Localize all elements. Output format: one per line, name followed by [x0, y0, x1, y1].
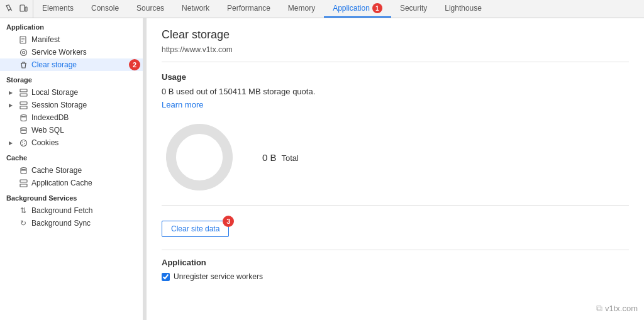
page-title: Clear storage [162, 28, 629, 41]
session-storage-icon [19, 101, 28, 109]
sidebar-item-local-storage[interactable]: ▶ Local Storage [0, 86, 143, 99]
sidebar-item-web-sql[interactable]: Web SQL [0, 124, 143, 136]
svg-point-22 [24, 143, 25, 143]
sidebar-item-manifest[interactable]: Manifest [0, 33, 143, 46]
svg-rect-9 [20, 89, 27, 92]
unregister-service-workers-row: Unregister service workers [162, 272, 629, 281]
svg-point-17 [21, 127, 26, 129]
sidebar-item-background-fetch[interactable]: ⇅ Background Fetch [0, 204, 143, 217]
usage-text: 0 B used out of 150411 MB storage quota. [162, 87, 629, 96]
sidebar-section-application: Application [0, 18, 143, 33]
sidebar-item-session-storage[interactable]: ▶ Session Storage [0, 99, 143, 111]
application-checkboxes-section: Application Unregister service workers [162, 250, 629, 281]
app-cache-label: Application Cache [31, 179, 136, 187]
watermark: ⧉ v1tx.com [596, 303, 638, 314]
tab-memory[interactable]: Memory [279, 0, 324, 18]
chart-area: 0 B Total [162, 119, 629, 206]
svg-point-21 [23, 141, 24, 141]
svg-point-6 [20, 49, 26, 55]
sidebar-item-application-cache[interactable]: Application Cache [0, 177, 143, 189]
device-icon[interactable] [18, 3, 29, 14]
clear-storage-icon [19, 61, 28, 69]
watermark-icon: ⧉ [596, 303, 602, 314]
background-sync-icon: ↻ [19, 219, 28, 228]
tab-sources[interactable]: Sources [128, 0, 173, 18]
svg-rect-13 [20, 106, 27, 109]
app-cache-icon [19, 179, 28, 187]
usage-section-title: Usage [162, 72, 629, 82]
local-storage-label: Local Storage [31, 88, 136, 97]
sidebar-item-cookies[interactable]: ▶ Cookies [0, 136, 143, 149]
svg-rect-26 [20, 180, 27, 182]
cache-storage-label: Cache Storage [31, 166, 136, 175]
manifest-label: Manifest [31, 35, 136, 44]
tab-network[interactable]: Network [173, 0, 218, 18]
background-sync-label: Background Sync [31, 219, 136, 228]
cookies-icon [19, 139, 28, 147]
tab-console[interactable]: Console [82, 0, 128, 18]
tab-application[interactable]: Application 1 [324, 0, 391, 18]
service-workers-label: Service Workers [31, 48, 136, 57]
svg-point-24 [21, 167, 26, 169]
sidebar-section-storage: Storage [0, 71, 143, 86]
learn-more-link[interactable]: Learn more [162, 100, 203, 109]
sidebar-item-service-workers[interactable]: Service Workers [0, 46, 143, 58]
svg-rect-0 [20, 5, 25, 11]
background-fetch-icon: ⇅ [19, 206, 28, 215]
chart-label: Total [282, 153, 299, 163]
content-area: Clear storage https://www.v1tx.com Usage… [147, 18, 644, 320]
watermark-text: v1tx.com [605, 304, 638, 313]
svg-point-20 [21, 141, 22, 142]
clear-storage-label: Clear storage [31, 60, 136, 69]
clear-button-badge: 3 [223, 216, 234, 227]
toolbar-icons [0, 0, 33, 18]
svg-point-15 [21, 114, 26, 116]
tabs-container: Elements Console Sources Network Perform… [33, 0, 491, 18]
manifest-icon [19, 36, 28, 44]
service-workers-icon [19, 48, 28, 57]
unregister-service-workers-label: Unregister service workers [174, 272, 263, 281]
tab-performance[interactable]: Performance [218, 0, 279, 18]
web-sql-label: Web SQL [31, 126, 136, 135]
indexeddb-label: IndexedDB [31, 113, 136, 122]
sidebar: Application Manifest Service Workers Cle… [0, 18, 143, 320]
svg-rect-1 [25, 7, 27, 11]
local-storage-icon [19, 89, 28, 97]
svg-point-19 [20, 140, 26, 146]
svg-rect-12 [20, 102, 27, 104]
sidebar-item-cache-storage[interactable]: Cache Storage [0, 164, 143, 177]
sidebar-item-indexeddb[interactable]: IndexedDB [0, 111, 143, 124]
background-fetch-label: Background Fetch [31, 206, 136, 215]
clear-btn-area: Clear site data 3 [162, 221, 229, 237]
cookies-arrow[interactable]: ▶ [9, 140, 15, 146]
web-sql-icon [19, 126, 28, 135]
toolbar: Elements Console Sources Network Perform… [0, 0, 644, 18]
cookies-label: Cookies [31, 138, 136, 147]
clear-site-data-button[interactable]: Clear site data [162, 221, 229, 237]
session-storage-arrow[interactable]: ▶ [9, 102, 15, 108]
cache-storage-icon [19, 167, 28, 175]
page-url: https://www.v1tx.com [162, 45, 629, 62]
svg-point-23 [22, 143, 23, 144]
local-storage-arrow[interactable]: ▶ [9, 90, 15, 96]
svg-point-7 [22, 51, 25, 53]
tab-lighthouse[interactable]: Lighthouse [436, 0, 491, 18]
app-section-title: Application [162, 258, 629, 267]
tab-security[interactable]: Security [391, 0, 436, 18]
chart-legend: 0 B Total [262, 152, 299, 163]
svg-rect-27 [20, 184, 27, 187]
sidebar-section-cache: Cache [0, 149, 143, 164]
application-tab-badge: 1 [372, 3, 382, 13]
sidebar-section-bg-services: Background Services [0, 189, 143, 204]
clear-storage-badge: 2 [129, 59, 140, 70]
unregister-service-workers-checkbox[interactable] [162, 273, 170, 281]
session-storage-label: Session Storage [31, 101, 136, 109]
svg-point-28 [171, 129, 228, 185]
svg-rect-10 [20, 94, 27, 96]
inspect-icon[interactable] [4, 3, 15, 14]
donut-chart [162, 119, 237, 195]
indexeddb-icon [19, 114, 28, 122]
sidebar-item-background-sync[interactable]: ↻ Background Sync [0, 217, 143, 229]
tab-elements[interactable]: Elements [33, 0, 82, 18]
sidebar-item-clear-storage[interactable]: Clear storage 2 [0, 58, 143, 71]
